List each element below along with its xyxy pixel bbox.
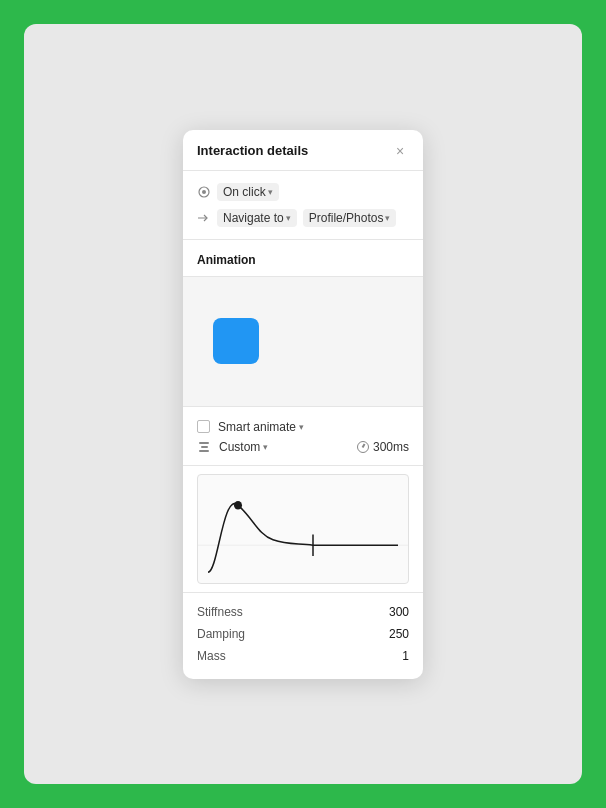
event-row: On click ▾ xyxy=(197,179,409,205)
modal-title: Interaction details xyxy=(197,143,308,158)
stiffness-row: Stiffness 300 xyxy=(197,601,409,623)
custom-label: Custom xyxy=(219,440,260,454)
smart-animate-row: Smart animate ▾ xyxy=(197,417,409,437)
action-label: Navigate to xyxy=(223,211,284,225)
stiffness-label: Stiffness xyxy=(197,605,243,619)
event-label: On click xyxy=(223,185,266,199)
close-button[interactable]: × xyxy=(391,142,409,160)
modal-header: Interaction details × xyxy=(183,130,423,171)
action-row: Navigate to ▾ Profile/Photos ▾ xyxy=(197,205,409,231)
mass-label: Mass xyxy=(197,649,226,663)
modal-dialog: Interaction details × On click ▾ xyxy=(183,130,423,679)
arrow-right-icon xyxy=(197,211,211,225)
event-icon xyxy=(197,185,211,199)
spring-graph[interactable] xyxy=(197,474,409,584)
destination-chip[interactable]: Profile/Photos ▾ xyxy=(303,209,397,227)
smart-animate-label: Smart animate xyxy=(218,420,296,434)
event-chevron-icon: ▾ xyxy=(268,187,273,197)
smart-animate-chip[interactable]: Smart animate ▾ xyxy=(218,420,304,434)
smart-animate-chevron-icon: ▾ xyxy=(299,422,304,432)
destination-chevron-icon: ▾ xyxy=(385,213,390,223)
damping-row: Damping 250 xyxy=(197,623,409,645)
custom-chip[interactable]: Custom ▾ xyxy=(219,440,268,454)
outer-card: Interaction details × On click ▾ xyxy=(24,24,582,784)
action-chip[interactable]: Navigate to ▾ xyxy=(217,209,297,227)
trigger-section: On click ▾ Navigate to ▾ Profile/Photos xyxy=(183,171,423,240)
svg-point-1 xyxy=(202,190,206,194)
custom-chevron-icon: ▾ xyxy=(263,442,268,452)
preview-square xyxy=(213,318,259,364)
easing-icon xyxy=(197,440,211,454)
mass-row: Mass 1 xyxy=(197,645,409,667)
easing-row: Custom ▾ 300ms xyxy=(197,437,409,457)
svg-point-4 xyxy=(234,500,242,509)
animation-label: Animation xyxy=(197,253,256,267)
clock-icon xyxy=(357,441,369,453)
action-chevron-icon: ▾ xyxy=(286,213,291,223)
animation-section: Animation xyxy=(183,240,423,277)
event-chip[interactable]: On click ▾ xyxy=(217,183,279,201)
mass-value: 1 xyxy=(402,649,409,663)
destination-label: Profile/Photos xyxy=(309,211,384,225)
params-section: Stiffness 300 Damping 250 Mass 1 xyxy=(183,593,423,679)
controls-section: Smart animate ▾ Custom ▾ xyxy=(183,407,423,466)
duration-label: 300ms xyxy=(373,440,409,454)
graph-section xyxy=(183,466,423,593)
damping-label: Damping xyxy=(197,627,245,641)
stiffness-value: 300 xyxy=(389,605,409,619)
duration-chip[interactable]: 300ms xyxy=(357,440,409,454)
preview-area xyxy=(183,277,423,407)
damping-value: 250 xyxy=(389,627,409,641)
smart-animate-checkbox[interactable] xyxy=(197,420,210,433)
